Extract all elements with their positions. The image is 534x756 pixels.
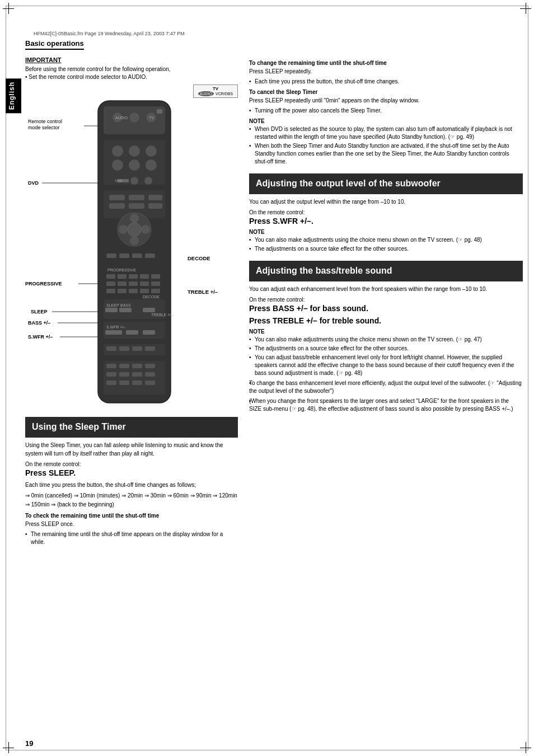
svg-rect-77 [143, 330, 155, 335]
cancel-bullet-1: Turning off the power also cancels the S… [249, 107, 523, 115]
svg-rect-20 [157, 109, 162, 114]
svg-rect-51 [118, 274, 127, 279]
important-text2: • Set the remote control mode selector t… [25, 73, 238, 81]
svg-rect-62 [129, 289, 138, 293]
bass-treble-note-list: You can also make adjustments using the … [249, 336, 523, 413]
sleep-body2: Each time you press the button, the shut… [25, 481, 238, 489]
subwoofer-body: You can adjust the output level within t… [249, 198, 523, 206]
important-text1: Before using the remote control for the … [25, 65, 238, 73]
cancel-text: Press SLEEP repeatedly until "0min" appe… [249, 96, 523, 105]
sleep-press-command: Press SLEEP. [25, 468, 238, 477]
svg-rect-81 [132, 346, 142, 351]
svg-rect-75 [105, 330, 122, 335]
bass-treble-note-title: NOTE [249, 328, 523, 335]
crosshair-tl [3, 3, 14, 14]
section-title: Basic operations [25, 39, 84, 50]
svg-rect-63 [140, 289, 149, 293]
svg-rect-79 [106, 346, 116, 351]
change-remaining-heading: To change the remaining time until the s… [249, 60, 523, 66]
remote-container: Remote control mode selector DVD PROGRES… [25, 98, 238, 412]
svg-point-30 [130, 177, 138, 185]
svg-text:SLEEP: SLEEP [31, 309, 48, 314]
subwoofer-on-remote: On the remote control: [249, 209, 523, 215]
svg-text:S.WFR +/–: S.WFR +/– [106, 325, 126, 329]
svg-rect-56 [118, 281, 127, 286]
svg-text:mode selector: mode selector [28, 125, 60, 130]
bass-treble-body: You can adjust each enhancement level fr… [249, 285, 523, 293]
svg-rect-95 [145, 381, 155, 385]
subwoofer-note-list: You can also make adjustments using the … [249, 236, 523, 253]
svg-point-40 [130, 214, 139, 223]
treble-label: TREBLE +/– [188, 288, 218, 295]
svg-text:BASS +/–: BASS +/– [28, 320, 50, 326]
cancel-heading: To cancel the Sleep Timer [249, 89, 523, 95]
svg-point-23 [129, 145, 140, 157]
svg-rect-55 [106, 281, 115, 286]
check-bullets: The remaining time until the shut-off ti… [25, 530, 238, 546]
two-column-layout: IMPORTANT Before using the remote contro… [25, 57, 523, 547]
svg-rect-47 [132, 253, 142, 258]
svg-point-24 [146, 145, 157, 157]
svg-text:DVD: DVD [28, 180, 39, 186]
subwoofer-press-command: Press S.WFR +/–. [249, 217, 523, 226]
svg-rect-53 [140, 274, 149, 279]
svg-rect-88 [106, 372, 116, 377]
svg-rect-52 [129, 274, 138, 279]
bass-treble-note-4: To change the bass enhancement level mor… [249, 379, 523, 395]
svg-text:TV: TV [149, 116, 154, 120]
sleep-timer-body: Using the Sleep Timer, you can fall asle… [25, 441, 238, 458]
file-info: HFM42[C]-05Basic.fm Page 19 Wednesday, A… [34, 31, 185, 36]
svg-text:PROGRESSIVE: PROGRESSIVE [107, 268, 136, 272]
subwoofer-note-1: You can also make adjustments using the … [249, 236, 523, 244]
subwoofer-note-title: NOTE [249, 229, 523, 235]
svg-text:SLEEP: SLEEP [106, 303, 119, 307]
svg-rect-33 [109, 195, 125, 200]
change-remaining-text: Press SLEEP repeatedly. [249, 67, 523, 76]
left-column: IMPORTANT Before using the remote contro… [25, 57, 238, 547]
sleep-sequence: ⇒ 0min (cancelled) ⇒ 10min (minutes) ⇒ 2… [25, 491, 238, 509]
bass-treble-note-1: You can also make adjustments using the … [249, 336, 523, 344]
check-bullet-1: The remaining time until the shut-off ti… [25, 530, 238, 546]
svg-rect-48 [145, 253, 155, 258]
right-note-2: When both the Sleep Timer and Auto Stand… [249, 142, 523, 166]
sleep-timer-section-box: Using the Sleep Timer [25, 417, 238, 438]
svg-rect-89 [119, 372, 129, 377]
svg-point-44 [128, 223, 141, 236]
main-content: Basic operations IMPORTANT Before using … [25, 39, 523, 739]
svg-point-31 [144, 177, 152, 185]
crosshair-br [520, 742, 531, 753]
audio-label: AUDIO [198, 91, 214, 96]
change-remaining-bullets: Each time you press the button, the shut… [249, 78, 523, 86]
svg-point-41 [130, 236, 139, 245]
svg-point-27 [146, 159, 157, 171]
svg-rect-84 [106, 364, 116, 368]
decode-label: DECODE [188, 255, 210, 261]
svg-rect-38 [148, 203, 162, 209]
svg-text:BASS: BASS [120, 303, 131, 307]
right-note-title: NOTE [249, 118, 523, 124]
svg-text:DECODE: DECODE [143, 295, 160, 299]
svg-rect-86 [132, 364, 142, 368]
svg-rect-67 [105, 308, 118, 312]
svg-point-25 [112, 159, 123, 171]
svg-text:AUDIO: AUDIO [115, 116, 128, 120]
svg-text:Remote control: Remote control [28, 119, 62, 124]
svg-rect-71 [143, 308, 155, 312]
right-column: To change the remaining time until the s… [249, 57, 523, 547]
svg-rect-82 [145, 346, 155, 351]
subwoofer-note-2: The adjustments on a source take effect … [249, 245, 523, 253]
svg-rect-61 [118, 289, 127, 293]
svg-text:PROGRESSIVE: PROGRESSIVE [25, 281, 62, 287]
bass-treble-note-3: You can adjust bass/treble enhancement l… [249, 354, 523, 377]
svg-rect-34 [129, 195, 144, 200]
svg-point-17 [130, 113, 139, 122]
svg-rect-85 [119, 364, 129, 368]
svg-rect-76 [126, 330, 138, 335]
right-note-1: When DVD is selected as the source to pl… [249, 125, 523, 141]
mode-indicator: TV AUDIO VCR/DBS [193, 84, 238, 98]
sleep-timer-title: Using the Sleep Timer [32, 421, 231, 433]
svg-rect-60 [106, 289, 115, 293]
svg-point-22 [112, 145, 123, 157]
bass-treble-note-5: (When you change the front speakers to t… [249, 397, 523, 413]
bass-press-command: Press BASS +/– for bass sound. [249, 304, 523, 313]
